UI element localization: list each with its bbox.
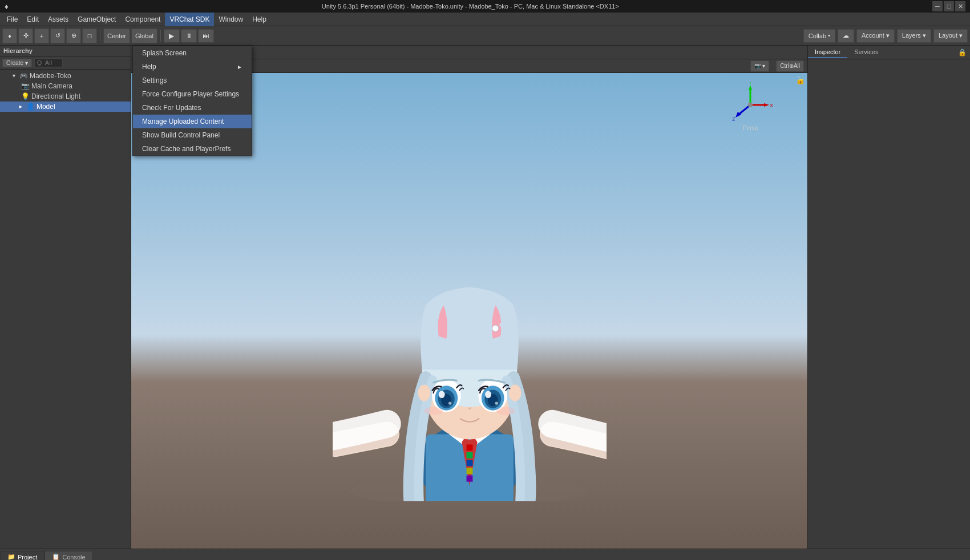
hierarchy-content: ▼ 🎮 Madobe-Toko 📷 Main Camera 💡 Directio… <box>0 70 131 549</box>
item-label: Directional Light <box>31 92 80 100</box>
menu-vrchatsdk[interactable]: VRChat SDK <box>165 13 214 26</box>
layers-btn[interactable]: Layers ▾ <box>897 29 931 43</box>
hierarchy-item-madobe-toko[interactable]: ▼ 🎮 Madobe-Toko <box>0 71 131 81</box>
clear-cache-label: Clear Cache and PlayerPrefs <box>142 145 231 153</box>
item-icon: 🎮 <box>19 72 28 80</box>
layout-btn[interactable]: Layout ▾ <box>933 29 968 43</box>
inspector-lock-btn[interactable]: 🔒 <box>955 48 970 56</box>
splash-screen-label: Splash Screen <box>142 49 187 57</box>
manage-content-label: Manage Uploaded Content <box>142 117 224 125</box>
menu-clear-cache[interactable]: Clear Cache and PlayerPrefs <box>133 142 252 156</box>
move-tool-btn[interactable]: ✜ <box>18 29 33 43</box>
svg-rect-8 <box>466 468 472 474</box>
pause-button[interactable]: ⏸ <box>181 29 197 43</box>
transform-tool-btn[interactable]: □ <box>82 29 97 43</box>
item-icon: 💡 <box>21 92 30 100</box>
menu-bar: File Edit Assets GameObject Component VR… <box>0 13 970 26</box>
account-btn[interactable]: Account ▾ <box>856 29 895 43</box>
toolbar-divider-2 <box>160 30 161 42</box>
window-title: Unity 5.6.3p1 Personal (64bit) - Madobe-… <box>9 3 932 10</box>
hierarchy-item-directional-light[interactable]: 💡 Directional Light <box>0 91 131 102</box>
menu-check-updates[interactable]: Check For Updates <box>133 101 252 115</box>
bottom-tabs: 📁 Project 📋 Console <box>0 549 970 560</box>
tab-services[interactable]: Services <box>847 47 885 58</box>
svg-rect-5 <box>466 444 472 451</box>
menu-assets[interactable]: Assets <box>43 13 73 26</box>
layers-label: Layers ▾ <box>902 32 926 39</box>
svg-rect-6 <box>466 452 472 458</box>
tab-console[interactable]: 📋 Console <box>45 551 92 560</box>
menu-help[interactable]: Help <box>248 13 271 26</box>
menu-settings[interactable]: Settings <box>133 74 252 87</box>
tab-project[interactable]: 📁 Project <box>0 551 45 560</box>
svg-rect-7 <box>466 460 472 466</box>
menu-splash-screen[interactable]: Splash Screen <box>133 46 252 60</box>
menu-help[interactable]: Help ► <box>133 60 252 74</box>
item-icon: 👤 <box>26 103 35 111</box>
menu-component[interactable]: Component <box>120 13 165 26</box>
hierarchy-item-main-camera[interactable]: 📷 Main Camera <box>0 81 131 91</box>
collab-btn[interactable]: Collab ▾ <box>803 29 835 43</box>
menu-gameobject[interactable]: GameObject <box>73 13 120 26</box>
right-panel: Inspector Services 🔒 <box>807 46 970 549</box>
hierarchy-create-btn[interactable]: Create ▾ <box>2 59 32 67</box>
svg-point-25 <box>485 391 491 398</box>
right-toolbar: Collab ▾ ☁ Account ▾ Layers ▾ Layout ▾ <box>803 29 968 43</box>
unity-icon-btn[interactable]: ♦ <box>2 29 17 43</box>
svg-marker-34 <box>764 103 769 107</box>
hierarchy-title: Hierarchy <box>3 47 33 54</box>
left-panel: Hierarchy Create ▾ ▼ 🎮 Madobe-Toko 📷 Mai… <box>0 46 131 549</box>
svg-point-27 <box>424 407 443 415</box>
arrow-icon: ▼ <box>11 73 17 79</box>
minimize-button[interactable]: ─ <box>932 1 943 11</box>
force-configure-label: Force Configure Player Settings <box>142 90 239 98</box>
ctrl-all-btn[interactable]: Ctrl⊕All <box>776 60 804 72</box>
aspect-btn[interactable]: 📷 ▾ <box>750 60 769 72</box>
svg-rect-9 <box>466 475 472 481</box>
settings-label: Settings <box>142 76 167 84</box>
svg-point-20 <box>448 401 451 404</box>
submenu-arrow-icon: ► <box>237 64 242 70</box>
menu-window[interactable]: Window <box>214 13 248 26</box>
scene-lock-btn[interactable]: 🔓 <box>795 75 805 84</box>
menu-manage-content[interactable]: Manage Uploaded Content <box>133 115 252 128</box>
menu-file[interactable]: File <box>2 13 22 26</box>
menu-show-build[interactable]: Show Build Control Panel <box>133 128 252 142</box>
arrow-icon: ► <box>18 104 23 109</box>
rect-tool-btn[interactable]: ⊕ <box>66 29 81 43</box>
svg-point-30 <box>499 323 503 327</box>
play-controls: ▶ ⏸ ⏭ <box>164 29 214 43</box>
restore-button[interactable]: □ <box>944 1 954 11</box>
close-button[interactable]: ✕ <box>955 1 965 11</box>
svg-text:Z: Z <box>732 116 735 122</box>
bottom-panel: 📁 Project 📋 Console Create ▾ ⊞ ☰ ★ ▼★ Fa… <box>0 549 970 560</box>
center-btn[interactable]: Center <box>103 29 130 43</box>
hierarchy-search[interactable] <box>34 58 63 67</box>
item-label: Madobe-Toko <box>30 72 71 80</box>
collab-arrow-icon: ▾ <box>828 33 830 38</box>
item-icon: 📷 <box>21 82 30 90</box>
menu-force-configure[interactable]: Force Configure Player Settings <box>133 87 252 101</box>
console-label: Console <box>62 554 85 561</box>
tab-inspector[interactable]: Inspector <box>808 47 847 58</box>
scale-tool-btn[interactable]: ↺ <box>50 29 65 43</box>
svg-text:Y: Y <box>749 82 752 85</box>
svg-point-26 <box>495 401 498 404</box>
project-icon: 📁 <box>7 553 15 560</box>
check-updates-label: Check For Updates <box>142 104 201 112</box>
cloud-btn[interactable]: ☁ <box>838 29 854 43</box>
hierarchy-item-model[interactable]: ► 👤 Model <box>0 102 131 112</box>
console-icon: 📋 <box>52 553 60 560</box>
aspect-dropdown: ▾ <box>762 63 765 69</box>
svg-point-19 <box>438 391 444 398</box>
svg-point-37 <box>748 103 753 107</box>
aspect-icon: 📷 <box>754 63 761 69</box>
step-button[interactable]: ⏭ <box>198 29 214 43</box>
unity-logo-small: ♦ <box>5 2 9 11</box>
svg-point-13 <box>418 384 430 401</box>
menu-edit[interactable]: Edit <box>22 13 43 26</box>
rotate-tool-btn[interactable]: + <box>34 29 49 43</box>
play-button[interactable]: ▶ <box>164 29 180 43</box>
global-label: Global <box>135 33 153 39</box>
global-btn[interactable]: Global <box>131 29 157 43</box>
